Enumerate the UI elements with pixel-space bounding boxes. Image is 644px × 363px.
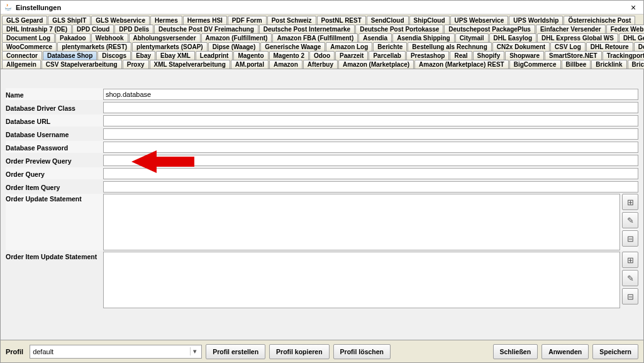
itemupdate-textarea[interactable] xyxy=(103,252,620,308)
tab-csv-log[interactable]: CSV Log xyxy=(550,42,586,51)
tab-gls-gepard[interactable]: GLS Gepard xyxy=(2,16,47,25)
tab-asendia-shipping[interactable]: Asendia Shipping xyxy=(392,33,454,42)
orderq-input[interactable] xyxy=(103,168,638,179)
tab-connector[interactable]: Connector xyxy=(2,51,42,60)
tab-parcellab[interactable]: Parcellab xyxy=(369,51,405,60)
remove-button[interactable]: ⊟ xyxy=(622,230,638,247)
tab-shopify[interactable]: Shopify xyxy=(473,51,505,60)
tab-dhl-express-global-ws[interactable]: DHL Express Global WS xyxy=(537,33,618,42)
tab-abholungsversender[interactable]: Abholungsversender xyxy=(129,33,201,42)
tab-pdf-form[interactable]: PDF Form xyxy=(228,16,267,25)
tab-dhl-gesch-ftskundenversand[interactable]: DHL Geschäftskundenversand xyxy=(619,33,644,42)
tab-deutsche-post-portokasse[interactable]: Deutsche Post Portokasse xyxy=(355,25,443,33)
tab-sendcloud[interactable]: SendCloud xyxy=(367,16,409,25)
tab-shipcloud[interactable]: ShipCloud xyxy=(409,16,450,25)
tab-dipse-waage-[interactable]: Dipse (Waage) xyxy=(208,42,260,51)
tab-citymail[interactable]: Citymail xyxy=(455,33,489,42)
edit-button[interactable]: ✎ xyxy=(622,212,638,228)
tab-deutsche-post-dv-freimachung[interactable]: Deutsche Post DV Freimachung xyxy=(154,25,258,33)
tab-trackingportal[interactable]: Trackingportal xyxy=(602,51,644,60)
tab-hermes[interactable]: Hermes xyxy=(150,16,182,25)
tab-afterbuy[interactable]: Afterbuy xyxy=(303,60,338,69)
tab-pakadoo[interactable]: Pakadoo xyxy=(55,33,91,42)
profil-create-button[interactable]: Profil erstellen xyxy=(206,344,265,359)
name-input[interactable] xyxy=(103,89,638,100)
tab-postnl-rest[interactable]: PostNL REST xyxy=(317,16,366,25)
tab-magento[interactable]: Magento xyxy=(233,51,268,60)
tab-amazon-fba-fulfillment-[interactable]: Amazon FBA (Fulfillment) xyxy=(272,33,358,42)
tab-berichte[interactable]: Berichte xyxy=(373,42,407,51)
itemq-input[interactable] xyxy=(103,181,638,193)
tab-woocommerce[interactable]: WooCommerce xyxy=(2,42,57,51)
driver-input[interactable] xyxy=(103,102,638,113)
tab-document-log[interactable]: Document Log xyxy=(2,33,55,42)
tab-prestashop[interactable]: Prestashop xyxy=(406,51,449,60)
tab-paarzeit[interactable]: Paarzeit xyxy=(335,51,368,60)
tab-bestellung-als-rechnung[interactable]: Bestellung als Rechnung xyxy=(408,42,491,51)
tab-discogs[interactable]: Discogs xyxy=(97,51,131,60)
close-button[interactable]: Schließen xyxy=(493,344,538,359)
tab-deutschepost-packageplus[interactable]: Deutschepost PackagePlus xyxy=(444,25,535,33)
tab-fedex-webservice[interactable]: Fedex Webservice xyxy=(606,25,644,33)
close-icon[interactable]: × xyxy=(626,3,641,13)
tab-dhl-intraship-7-de-[interactable]: DHL Intraship 7 (DE) xyxy=(2,25,72,33)
tab--sterreichische-post[interactable]: Österreichische Post xyxy=(564,16,635,25)
tab-hermes-hsi[interactable]: Hermes HSI xyxy=(183,16,227,25)
tab-gls-shipit[interactable]: GLS ShipIT xyxy=(48,16,91,25)
tab-magento-2[interactable]: Magento 2 xyxy=(269,51,309,60)
tab-ebay[interactable]: Ebay xyxy=(131,51,155,60)
tab-gls-webservice[interactable]: GLS Webservice xyxy=(91,16,150,25)
tab-smartstore-net[interactable]: SmartStore.NET xyxy=(545,51,602,60)
tab-allgemein[interactable]: Allgemein xyxy=(2,60,41,69)
url-input[interactable] xyxy=(103,115,638,126)
profil-copy-button[interactable]: Profil kopieren xyxy=(269,344,330,359)
tab-leadprint[interactable]: Leadprint xyxy=(196,51,233,60)
tab-dpd-delis[interactable]: DPD Delis xyxy=(114,25,153,33)
tab-ups-webservice[interactable]: UPS Webservice xyxy=(450,16,509,25)
tab-plentymarkets-rest-[interactable]: plentymarkets (REST) xyxy=(57,42,131,51)
tab-csv-stapelverarbeitung[interactable]: CSV Stapelverarbeitung xyxy=(42,60,122,69)
user-input[interactable] xyxy=(103,128,638,140)
tab-dpd-cloud[interactable]: DPD Cloud xyxy=(72,25,114,33)
tab-odoo[interactable]: Odoo xyxy=(309,51,335,60)
tab-brickowl[interactable]: Brickowl xyxy=(628,60,644,69)
pass-input[interactable] xyxy=(103,142,638,153)
tab-plentymarkets-soap-[interactable]: plentymarkets (SOAP) xyxy=(132,42,208,51)
tab-cn2x-dokument[interactable]: CN2x Dokument xyxy=(492,42,550,51)
tab-amazon-fulfillment-[interactable]: Amazon (Fulfillment) xyxy=(201,33,272,42)
tab-bigcommerce[interactable]: BigCommerce xyxy=(509,60,561,69)
tab-ebay-xml[interactable]: Ebay XML xyxy=(156,51,195,60)
tab-document-downloader[interactable]: Document Downloader xyxy=(634,42,644,51)
tab-ups-worldship[interactable]: UPS Worldship xyxy=(509,16,563,25)
tab-billbee[interactable]: Billbee xyxy=(562,60,591,69)
tab-xml-stapelverarbeitung[interactable]: XML Stapelverarbeitung xyxy=(150,60,230,69)
tab-bricklink[interactable]: Bricklink xyxy=(591,60,626,69)
tab-dhl-easylog[interactable]: DHL Easylog xyxy=(489,33,537,42)
profil-combo[interactable]: default ▾ xyxy=(30,345,202,359)
tab-einfacher-versender[interactable]: Einfacher Versender xyxy=(536,25,606,33)
tab-real[interactable]: Real xyxy=(450,51,472,60)
tab-post-schweiz[interactable]: Post Schweiz xyxy=(267,16,316,25)
tab-generische-waage[interactable]: Generische Waage xyxy=(260,42,325,51)
tab-amazon-marketplace-rest[interactable]: Amazon (Marketplace) REST xyxy=(414,60,509,69)
save-button[interactable]: Speichern xyxy=(592,344,638,359)
add-button[interactable]: ⊞ xyxy=(622,252,638,268)
profil-delete-button[interactable]: Profil löschen xyxy=(333,344,391,359)
add-button[interactable]: ⊞ xyxy=(622,194,638,210)
remove-button[interactable]: ⊟ xyxy=(622,288,638,304)
tab-amazon[interactable]: Amazon xyxy=(269,60,303,69)
tab-deutsche-post-internetmarke[interactable]: Deutsche Post Internetmarke xyxy=(259,25,355,33)
tab-webhook[interactable]: Webhook xyxy=(91,33,128,42)
tab-shopware[interactable]: Shopware xyxy=(505,51,544,60)
update-textarea[interactable] xyxy=(103,194,620,250)
tab-asendia[interactable]: Asendia xyxy=(358,33,392,42)
apply-button[interactable]: Anwenden xyxy=(541,344,589,359)
edit-button[interactable]: ✎ xyxy=(622,270,638,286)
tab-database-shop[interactable]: Database Shop xyxy=(43,51,97,60)
tab-dhl-retoure[interactable]: DHL Retoure xyxy=(586,42,633,51)
preview-input[interactable] xyxy=(103,155,638,166)
tab-proxy[interactable]: Proxy xyxy=(123,60,149,69)
tab-am-portal[interactable]: AM.portal xyxy=(231,60,269,69)
tab-amazon-marketplace-[interactable]: Amazon (Marketplace) xyxy=(338,60,414,69)
tab-amazon-log[interactable]: Amazon Log xyxy=(326,42,372,51)
